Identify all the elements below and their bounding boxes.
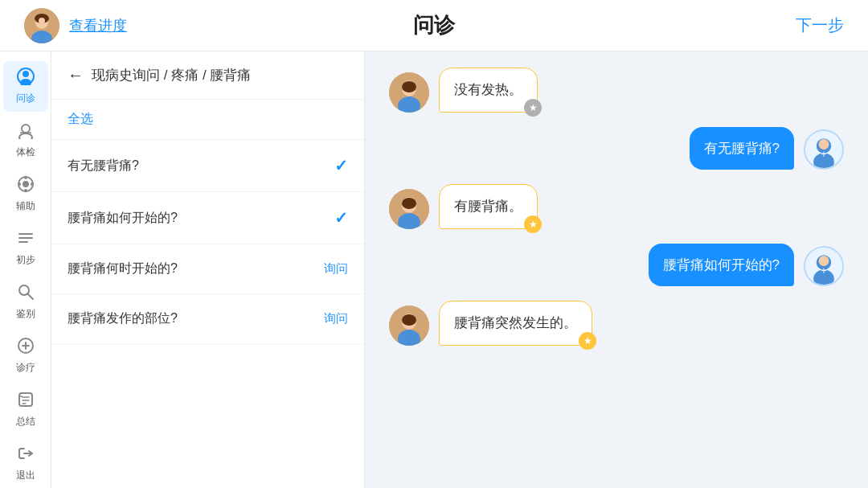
- question-item-1[interactable]: 有无腰背痛? ✓: [51, 140, 364, 192]
- sidebar-label-tuichu: 退出: [16, 469, 35, 482]
- sidebar-label-chubu: 初步: [16, 253, 35, 267]
- svg-point-35: [402, 81, 416, 92]
- svg-point-15: [24, 189, 27, 192]
- svg-point-16: [18, 182, 21, 186]
- svg-point-9: [22, 125, 30, 133]
- chat-bubble-2: 有无腰背痛?: [690, 127, 794, 170]
- svg-text:+: +: [821, 148, 827, 160]
- sidebar-item-tijian[interactable]: 体检: [3, 115, 48, 166]
- svg-point-44: [402, 198, 416, 209]
- sidebar-item-jianbie[interactable]: 鉴别: [3, 277, 48, 327]
- chat-panel: 没有发热。 ★ + 有无腰背痛?: [365, 51, 868, 488]
- wenzhen-icon: [17, 68, 35, 89]
- page-title: 问诊: [413, 11, 455, 39]
- question-text-4: 腰背痛发作的部位?: [68, 310, 178, 327]
- doctor-avatar-4: +: [804, 246, 844, 286]
- sidebar-label-zongjie: 总结: [16, 415, 35, 429]
- chat-text-4: 腰背痛如何开始的?: [663, 257, 780, 273]
- select-all-row: 全选: [51, 100, 364, 140]
- header: 查看进度 问诊 下一步: [0, 0, 868, 51]
- sidebar-label-jianbie: 鉴别: [16, 307, 35, 321]
- chat-text-1: 没有发热。: [454, 82, 522, 97]
- chat-message-4: + 腰背痛如何开始的?: [389, 244, 844, 287]
- chat-bubble-5: 腰背痛突然发生的。 ★: [439, 301, 592, 346]
- fuzhu-icon: [17, 175, 35, 197]
- svg-text:+: +: [821, 265, 827, 277]
- breadcrumb: 现病史询问 / 疼痛 / 腰背痛: [92, 66, 251, 84]
- question-text-3: 腰背痛何时开始的?: [68, 260, 178, 277]
- sidebar-item-wenzhen[interactable]: 问诊: [3, 61, 48, 112]
- question-panel: ← 现病史询问 / 疼痛 / 腰背痛 全选 有无腰背痛? ✓ 腰背痛如何开始的?…: [51, 51, 365, 488]
- main-content: 问诊 体检: [0, 51, 868, 488]
- sidebar-item-chubu[interactable]: 初步: [3, 223, 48, 273]
- chat-message-3: 有腰背痛。 ★: [389, 184, 844, 229]
- patient-avatar-1: [389, 72, 429, 113]
- question-item-4[interactable]: 腰背痛发作的部位? 询问: [51, 294, 364, 344]
- patient-avatar-header: [24, 8, 59, 43]
- svg-point-8: [20, 79, 31, 85]
- sidebar-item-zhiliao[interactable]: 诊疗: [3, 330, 48, 381]
- zongjie-icon: [17, 391, 35, 412]
- question-item-2[interactable]: 腰背痛如何开始的? ✓: [51, 192, 364, 244]
- question-text-1: 有无腰背痛?: [68, 158, 139, 174]
- sidebar-label-wenzhen: 问诊: [16, 92, 35, 105]
- jianbie-icon: [17, 283, 35, 305]
- sidebar-label-zhiliao: 诊疗: [16, 361, 35, 375]
- zhiliao-icon: [17, 337, 35, 359]
- patient-avatar-5: [389, 306, 429, 346]
- question-check-2: ✓: [334, 208, 348, 228]
- chat-message-5: 腰背痛突然发生的。 ★: [389, 301, 844, 346]
- question-panel-header: ← 现病史询问 / 疼痛 / 腰背痛: [51, 51, 364, 100]
- select-all-button[interactable]: 全选: [68, 112, 93, 125]
- svg-point-17: [31, 182, 34, 186]
- tuichu-icon: [17, 445, 35, 466]
- chat-bubble-3: 有腰背痛。 ★: [439, 184, 538, 229]
- sidebar-item-tuichu[interactable]: 退出: [3, 438, 48, 488]
- star-badge-5: ★: [579, 332, 596, 350]
- svg-point-53: [402, 314, 416, 326]
- question-item-3[interactable]: 腰背痛何时开始的? 询问: [51, 244, 364, 294]
- chat-text-2: 有无腰背痛?: [704, 141, 780, 156]
- chat-message-2: + 有无腰背痛?: [389, 127, 844, 170]
- chat-text-5: 腰背痛突然发生的。: [454, 315, 577, 330]
- star-badge-1: ★: [524, 99, 542, 117]
- sidebar-item-fuzhu[interactable]: 辅助: [3, 169, 48, 219]
- tijian-icon: [17, 121, 35, 143]
- chubu-icon: [17, 229, 35, 251]
- sidebar-label-tijian: 体检: [16, 146, 35, 159]
- star-badge-3: ★: [524, 215, 542, 233]
- question-ask-4[interactable]: 询问: [324, 311, 348, 326]
- chat-bubble-1: 没有发热。 ★: [439, 68, 538, 113]
- chat-bubble-4: 腰背痛如何开始的?: [649, 244, 794, 287]
- svg-point-7: [23, 71, 29, 77]
- back-button[interactable]: ←: [68, 66, 84, 84]
- header-left: 查看进度: [24, 8, 127, 43]
- chat-message-1: 没有发热。 ★: [389, 68, 844, 113]
- question-list: 有无腰背痛? ✓ 腰背痛如何开始的? ✓ 腰背痛何时开始的? 询问 腰背痛发作的…: [51, 140, 364, 488]
- svg-point-10: [19, 133, 32, 139]
- sidebar-item-zongjie[interactable]: 总结: [3, 384, 48, 435]
- svg-point-5: [39, 18, 45, 24]
- sidebar-label-fuzhu: 辅助: [16, 199, 35, 213]
- doctor-avatar-2: +: [804, 129, 844, 170]
- question-ask-3[interactable]: 询问: [324, 261, 348, 277]
- svg-point-14: [24, 176, 27, 179]
- question-text-2: 腰背痛如何开始的?: [68, 210, 178, 227]
- svg-point-13: [23, 181, 29, 187]
- svg-line-22: [27, 294, 33, 300]
- question-check-1: ✓: [334, 156, 348, 175]
- sidebar: 问诊 体检: [0, 51, 51, 488]
- next-button[interactable]: 下一步: [796, 14, 844, 36]
- patient-avatar-3: [389, 189, 429, 229]
- progress-link[interactable]: 查看进度: [69, 16, 127, 35]
- chat-text-3: 有腰背痛。: [454, 199, 522, 214]
